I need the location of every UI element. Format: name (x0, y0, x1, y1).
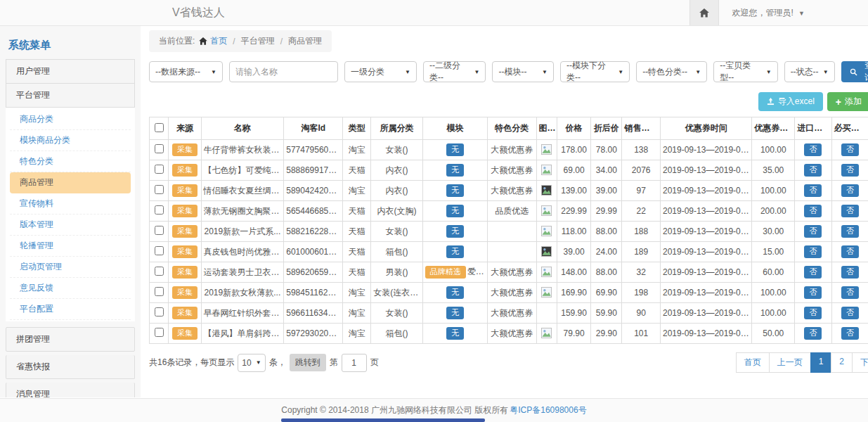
col-discount-price: 折后价 (591, 117, 622, 140)
sidebar-group[interactable]: 省惠快报 (6, 355, 135, 379)
search-icon (850, 68, 857, 76)
sidebar-item[interactable]: 轮播管理 (10, 236, 131, 257)
import-select-toggle[interactable]: 否 (804, 286, 822, 298)
must-buy-toggle[interactable]: 否 (841, 307, 859, 319)
page-button[interactable]: 2 (831, 352, 853, 373)
sidebar-item[interactable]: 商品分类 (10, 109, 131, 130)
row-checkbox[interactable] (155, 287, 164, 296)
breadcrumb-home-link[interactable]: 首页 (210, 35, 227, 47)
import-select-toggle[interactable]: 否 (804, 184, 822, 196)
must-buy-toggle[interactable]: 否 (841, 143, 859, 155)
row-checkbox[interactable] (155, 226, 164, 235)
sidebar-item[interactable]: 宣传物料 (10, 193, 131, 215)
feature-category-select[interactable]: --特色分类--▼ (636, 61, 707, 82)
discount-price: 59.90 (591, 303, 622, 324)
search-button[interactable]: 查询 (841, 61, 868, 82)
discount-price: 34.00 (591, 160, 622, 181)
import-select-toggle[interactable]: 否 (804, 327, 822, 339)
import-select-toggle[interactable]: 否 (804, 266, 822, 278)
status-select[interactable]: --状态--▼ (784, 61, 835, 82)
import-select-toggle[interactable]: 否 (804, 143, 822, 155)
product-type: 淘宝 (343, 283, 371, 303)
must-buy-toggle[interactable]: 否 (841, 245, 859, 257)
taoke-id: 596611634525 (284, 303, 343, 324)
jump-button[interactable]: 跳转到 (290, 354, 326, 371)
level1-category-select[interactable]: 一级分类▼ (344, 61, 417, 82)
table-row: 采集情侣睡衣女夏丝绸男士...589042420344淘宝内衣()无大额优惠券1… (150, 181, 868, 201)
per-page-select[interactable]: 10▼ (238, 354, 265, 372)
coupon-time: 2019-09-13—2019-09-17 (661, 140, 752, 160)
row-checkbox[interactable] (155, 165, 164, 174)
col-import-select: 进口优选 (795, 117, 832, 140)
product-module: 无 (422, 222, 487, 242)
must-buy-toggle[interactable]: 否 (841, 205, 859, 217)
source-badge: 采集 (172, 225, 197, 237)
item-type-select[interactable]: --宝贝类型--▼ (713, 61, 777, 82)
row-checkbox[interactable] (155, 185, 164, 194)
row-checkbox[interactable] (155, 205, 164, 215)
product-type: 淘宝 (343, 303, 371, 324)
summary-mid-text: 条， (269, 357, 286, 369)
icp-link[interactable]: 粤ICP备16098006号 (510, 404, 586, 416)
must-buy-toggle[interactable]: 否 (841, 225, 859, 237)
horizontal-scrollbar-thumb[interactable] (281, 418, 485, 422)
row-checkbox[interactable] (155, 328, 164, 337)
page-button[interactable]: 首页 (736, 352, 770, 373)
home-button[interactable] (689, 0, 719, 25)
import-select-toggle[interactable]: 否 (804, 164, 822, 176)
import-select-toggle[interactable]: 否 (804, 225, 822, 237)
add-button[interactable]: + 添加 (827, 92, 868, 111)
product-name: 【港风】单肩斜跨链条... (201, 324, 284, 344)
sidebar-item[interactable]: 意见反馈 (10, 278, 131, 299)
sidebar-group[interactable]: 消息管理 (6, 383, 135, 397)
page-number-input[interactable] (342, 354, 367, 372)
sidebar-item[interactable]: 特色分类 (10, 151, 131, 172)
import-excel-button[interactable]: 导入excel (758, 92, 823, 111)
product-name: 运动套装男士卫衣初秋... (201, 262, 284, 283)
sidebar-item[interactable]: 商品管理 (10, 172, 131, 193)
row-checkbox[interactable] (155, 307, 164, 316)
import-select-toggle[interactable]: 否 (804, 205, 822, 217)
sidebar-item[interactable]: 平台配置 (10, 299, 131, 320)
sidebar-group[interactable]: 拼团管理 (6, 327, 135, 352)
coupon-time: 2019-09-13—2019-09-17 (661, 303, 752, 324)
sidebar-item[interactable]: 模块商品分类 (10, 130, 131, 151)
must-buy-toggle[interactable]: 否 (841, 327, 859, 339)
coupon-amount: 50.00 (752, 324, 795, 344)
chevron-down-icon: ▼ (798, 10, 805, 17)
product-module: 无 (422, 283, 487, 303)
feature-category: 大额优惠券 (488, 262, 536, 283)
module-subcategory-select[interactable]: --模块下分类--▼ (560, 61, 630, 82)
row-checkbox[interactable] (155, 246, 164, 255)
must-buy-toggle[interactable]: 否 (841, 266, 859, 278)
must-buy-toggle[interactable]: 否 (841, 286, 859, 298)
price: 118.00 (557, 222, 590, 242)
sidebar-group-platform[interactable]: 平台管理 (6, 84, 135, 108)
name-search-input[interactable] (229, 61, 338, 82)
import-select-toggle[interactable]: 否 (804, 245, 822, 257)
select-value: --状态-- (791, 66, 819, 78)
must-buy-toggle[interactable]: 否 (841, 164, 859, 176)
sidebar-bottom-groups: 拼团管理省惠快报消息管理订单管理兑换管理统计管理 (6, 327, 135, 397)
row-checkbox[interactable] (155, 144, 164, 153)
sidebar-group-users[interactable]: 用户管理 (6, 59, 135, 84)
select-all-checkbox[interactable] (155, 123, 164, 132)
source-badge: 采集 (172, 164, 197, 176)
taoke-id: 588216228899 (284, 222, 343, 242)
row-checkbox[interactable] (155, 267, 164, 276)
page-button[interactable]: 上一页 (769, 352, 811, 373)
page-button[interactable]: 下一页 (852, 352, 868, 373)
product-module: 无 (422, 303, 487, 324)
sidebar-item[interactable]: 版本管理 (10, 215, 131, 236)
module-select[interactable]: --模块--▼ (492, 61, 554, 82)
level2-category-select[interactable]: --二级分类--▼ (423, 61, 486, 82)
coupon-time: 2019-09-13—2019-09-17 (661, 283, 752, 303)
data-source-select[interactable]: --数据来源--▼ (149, 61, 223, 82)
user-menu[interactable]: 欢迎您，管理员! ▼ (719, 7, 868, 19)
sidebar-item[interactable]: 启动页管理 (10, 257, 131, 278)
module-badge: 品牌精选 (425, 266, 466, 278)
page-button[interactable]: 1 (810, 352, 832, 373)
must-buy-toggle[interactable]: 否 (841, 184, 859, 196)
main-content: 当前位置: 首页 / 平台管理 / 商品管理 --数据来源--▼ 一级分类▼ -… (141, 26, 868, 397)
import-select-toggle[interactable]: 否 (804, 307, 822, 319)
